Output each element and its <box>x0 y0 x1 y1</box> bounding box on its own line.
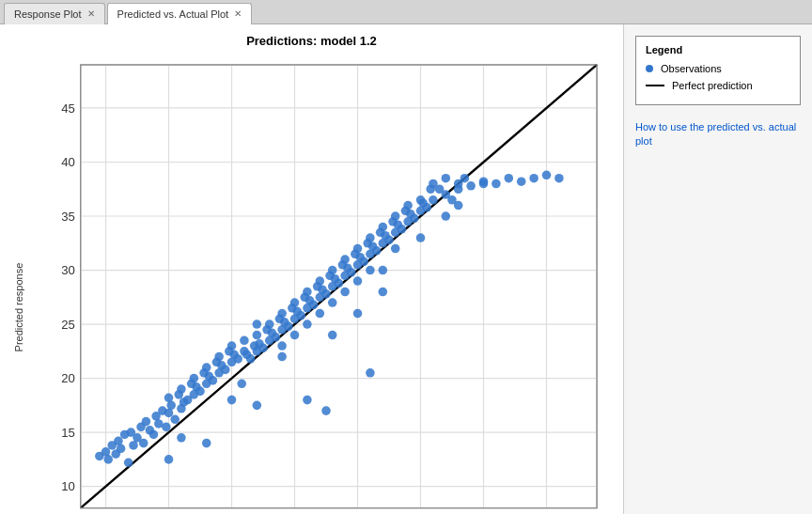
svg-text:30: 30 <box>61 263 75 277</box>
svg-point-170 <box>492 179 501 189</box>
svg-point-131 <box>353 244 363 254</box>
legend-box: Legend Observations Perfect prediction <box>635 36 801 105</box>
svg-point-58 <box>170 415 180 425</box>
svg-point-136 <box>366 233 375 242</box>
svg-point-108 <box>296 311 305 320</box>
svg-point-133 <box>359 257 368 267</box>
svg-point-73 <box>209 376 218 385</box>
legend-line-perfect <box>646 85 664 86</box>
svg-point-40 <box>117 444 126 454</box>
svg-point-198 <box>379 266 388 275</box>
legend-item-perfect: Perfect prediction <box>646 80 790 91</box>
svg-point-153 <box>410 214 419 224</box>
svg-point-179 <box>366 368 375 378</box>
svg-point-151 <box>403 201 413 210</box>
svg-point-146 <box>391 211 400 221</box>
help-link[interactable]: How to use the predicted vs. actual plot <box>635 120 801 149</box>
svg-point-185 <box>328 331 337 340</box>
svg-point-113 <box>309 301 319 310</box>
svg-point-182 <box>177 433 186 443</box>
legend-label-observations: Observations <box>661 63 722 74</box>
svg-point-84 <box>237 380 246 389</box>
svg-point-184 <box>277 352 287 362</box>
svg-point-148 <box>398 225 407 234</box>
y-axis-label: Predicted response <box>9 54 28 514</box>
svg-point-76 <box>214 352 224 362</box>
svg-point-181 <box>164 455 174 464</box>
svg-point-171 <box>505 174 514 183</box>
svg-point-157 <box>422 203 431 212</box>
svg-point-71 <box>202 363 211 372</box>
svg-point-48 <box>142 417 151 427</box>
svg-point-128 <box>347 268 356 277</box>
svg-point-187 <box>379 288 388 297</box>
svg-point-159 <box>429 195 438 205</box>
svg-point-143 <box>384 236 394 245</box>
svg-point-86 <box>240 336 249 346</box>
svg-point-138 <box>372 246 382 256</box>
svg-point-194 <box>416 233 426 242</box>
svg-point-78 <box>221 366 230 375</box>
svg-point-178 <box>321 406 331 415</box>
svg-point-96 <box>265 319 274 329</box>
tab-predicted-actual-close[interactable]: ✕ <box>234 9 242 19</box>
right-panel: Legend Observations Perfect prediction H… <box>624 24 812 514</box>
tab-predicted-actual-label: Predicted vs. Actual Plot <box>117 8 229 20</box>
svg-point-123 <box>335 279 344 288</box>
tab-response-plot-label: Response Plot <box>14 8 82 20</box>
plot-title: Predictions: model 1.2 <box>246 34 377 48</box>
svg-point-186 <box>353 309 363 319</box>
svg-point-193 <box>391 244 400 254</box>
tab-response-plot[interactable]: Response Plot ✕ <box>4 3 105 24</box>
plot-container: Predictions: model 1.2 Predicted respons… <box>0 24 624 514</box>
svg-point-101 <box>277 309 287 319</box>
svg-point-190 <box>316 309 325 319</box>
svg-point-54 <box>162 423 171 432</box>
svg-point-57 <box>166 401 176 411</box>
svg-point-167 <box>461 174 470 183</box>
svg-point-83 <box>233 354 242 364</box>
legend-dot-observations <box>646 65 653 72</box>
svg-text:25: 25 <box>61 318 75 332</box>
svg-point-174 <box>542 171 552 180</box>
svg-text:10: 10 <box>61 479 75 493</box>
tab-bar: Response Plot ✕ Predicted vs. Actual Plo… <box>0 0 812 24</box>
svg-point-36 <box>103 455 113 464</box>
svg-point-168 <box>466 181 476 191</box>
svg-point-173 <box>529 174 539 183</box>
svg-text:45: 45 <box>61 101 75 116</box>
svg-point-191 <box>340 288 350 297</box>
svg-point-121 <box>328 266 337 275</box>
chart-area: 10152025303540451015202530354045 True re… <box>30 54 614 514</box>
legend-item-observations: Observations <box>646 63 790 74</box>
svg-point-189 <box>290 331 300 340</box>
svg-point-176 <box>253 401 262 411</box>
legend-label-perfect: Perfect prediction <box>672 80 753 91</box>
svg-point-172 <box>517 177 526 186</box>
svg-text:20: 20 <box>61 371 75 385</box>
svg-point-192 <box>366 266 375 275</box>
svg-point-81 <box>227 341 237 350</box>
tab-response-plot-close[interactable]: ✕ <box>87 9 95 19</box>
svg-point-175 <box>554 174 564 183</box>
svg-point-196 <box>454 201 463 210</box>
svg-point-66 <box>190 374 199 383</box>
svg-point-180 <box>202 439 211 448</box>
svg-point-91 <box>253 331 262 340</box>
svg-point-199 <box>353 276 363 286</box>
svg-point-201 <box>303 319 312 329</box>
svg-point-88 <box>246 354 256 364</box>
svg-point-98 <box>272 333 281 342</box>
svg-point-111 <box>303 288 312 297</box>
tab-predicted-actual[interactable]: Predicted vs. Actual Plot ✕ <box>107 3 253 24</box>
svg-point-195 <box>442 211 451 221</box>
svg-point-116 <box>316 276 325 286</box>
svg-point-42 <box>124 459 133 468</box>
svg-point-202 <box>277 341 287 350</box>
svg-point-183 <box>227 396 237 405</box>
legend-title: Legend <box>646 44 790 55</box>
scatter-plot: 10152025303540451015202530354045 <box>30 54 614 514</box>
svg-text:40: 40 <box>61 155 75 169</box>
svg-point-61 <box>177 384 186 394</box>
svg-point-103 <box>284 322 293 332</box>
